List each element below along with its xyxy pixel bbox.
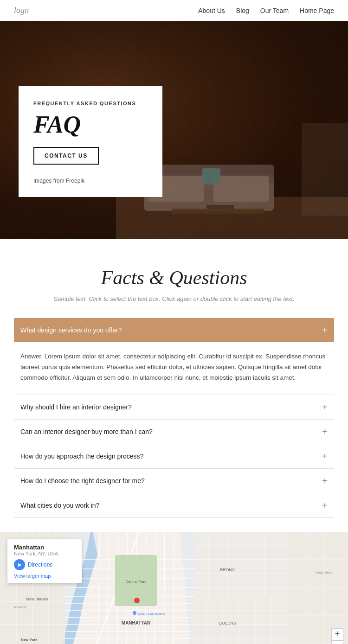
map-popup: Manhattan New York, NY, USA ➤ Directions… xyxy=(7,539,82,583)
faq-item-4: How do I choose the right designer for m… xyxy=(14,469,334,493)
faq-accordion: What design services do you offer? + Ans… xyxy=(14,318,334,518)
zoom-in-button[interactable]: + xyxy=(331,628,343,640)
faq-question-1[interactable]: Why should I hire an interior designer? … xyxy=(14,395,334,419)
faq-item-0: What design services do you offer? + Ans… xyxy=(14,318,334,395)
svg-rect-75 xyxy=(288,532,348,644)
faq-plus-icon-2: + xyxy=(322,427,328,436)
navigation: logo About Us Blog Our Team Home Page xyxy=(0,0,348,21)
view-larger-map[interactable]: View larger map xyxy=(14,573,75,579)
map-place-name: Manhattan xyxy=(14,544,75,551)
hero-eyebrow: FREQUENTLY ASKED QUESTIONS xyxy=(33,101,148,106)
faq-subtitle: Sample text. Click to select the text bo… xyxy=(14,295,334,302)
faq-question-2[interactable]: Can an interior designer buy more than I… xyxy=(14,420,334,444)
map-zoom-controls: + − xyxy=(331,628,343,644)
svg-rect-4 xyxy=(213,176,269,202)
svg-rect-47 xyxy=(193,597,295,644)
faq-plus-icon-0: + xyxy=(322,325,328,335)
svg-text:New Jersey: New Jersey xyxy=(26,597,48,601)
faq-title: Facts & Questions xyxy=(14,267,334,289)
svg-text:MANHATTAN: MANHATTAN xyxy=(122,620,150,625)
freepik-link[interactable]: Freepik xyxy=(66,178,84,184)
zoom-out-button[interactable]: − xyxy=(331,640,343,644)
map-place-sub: New York, NY, USA xyxy=(14,551,75,556)
contact-us-button[interactable]: CONTACT US xyxy=(33,147,99,165)
hero-title: FAQ xyxy=(33,113,148,137)
directions-label[interactable]: Directions xyxy=(28,561,52,568)
nav-blog[interactable]: Blog xyxy=(236,7,249,14)
nav-about[interactable]: About Us xyxy=(198,7,225,14)
faq-question-text-4: How do I choose the right designer for m… xyxy=(20,477,145,485)
svg-text:BRONX: BRONX xyxy=(220,567,235,572)
svg-rect-8 xyxy=(260,213,263,223)
svg-line-33 xyxy=(174,532,174,644)
directions-arrow: ➤ xyxy=(17,561,22,568)
logo: logo xyxy=(14,6,29,15)
faq-item-5: What cities do you work in? + xyxy=(14,493,334,518)
svg-text:QUEENS: QUEENS xyxy=(219,621,236,625)
faq-question-3[interactable]: How do you approach the design process? … xyxy=(14,444,334,468)
faq-question-text-5: What cities do you work in? xyxy=(20,502,99,509)
faq-question-text-2: Can an interior designer buy more than I… xyxy=(20,428,153,435)
directions-icon[interactable]: ➤ xyxy=(14,559,25,570)
svg-rect-6 xyxy=(172,209,264,214)
svg-text:Empire State Building: Empire State Building xyxy=(138,612,165,615)
faq-plus-icon-4: + xyxy=(322,476,328,485)
faq-question-4[interactable]: How do I choose the right designer for m… xyxy=(14,469,334,493)
faq-plus-icon-5: + xyxy=(322,501,328,510)
nav-home[interactable]: Home Page xyxy=(300,7,334,14)
hero-card: FREQUENTLY ASKED QUESTIONS FAQ CONTACT U… xyxy=(19,86,162,197)
images-from: Images from Freepik xyxy=(33,178,148,184)
faq-question-text-1: Why should I hire an interior designer? xyxy=(20,403,132,411)
svg-text:Long Island: Long Island xyxy=(316,571,332,574)
faq-answer-0: Answer. Lorem ipsum dolor sit amet, cons… xyxy=(14,342,334,395)
svg-point-83 xyxy=(133,611,136,615)
faq-question-text-0: What design services do you offer? xyxy=(20,326,122,334)
svg-rect-9 xyxy=(206,205,234,209)
svg-rect-10 xyxy=(302,123,348,216)
faq-question-text-3: How do you approach the design process? xyxy=(20,453,143,460)
map-section: Central Park xyxy=(0,532,348,644)
svg-point-71 xyxy=(134,598,140,603)
svg-text:Central Park: Central Park xyxy=(126,580,147,584)
svg-rect-7 xyxy=(181,213,184,223)
nav-links: About Us Blog Our Team Home Page xyxy=(198,6,334,15)
faq-plus-icon-3: + xyxy=(322,452,328,461)
faq-item-1: Why should I hire an interior designer? … xyxy=(14,395,334,420)
nav-team[interactable]: Our Team xyxy=(260,7,289,14)
images-from-text: Images from xyxy=(33,178,66,184)
hero-section: FREQUENTLY ASKED QUESTIONS FAQ CONTACT U… xyxy=(0,21,348,239)
svg-text:Newark: Newark xyxy=(14,605,27,609)
faq-plus-icon-1: + xyxy=(322,402,328,412)
svg-text:New York: New York xyxy=(21,638,38,642)
faq-item-3: How do you approach the design process? … xyxy=(14,444,334,469)
faq-question-5[interactable]: What cities do you work in? + xyxy=(14,493,334,517)
faq-section: Facts & Questions Sample text. Click to … xyxy=(0,239,348,532)
svg-rect-5 xyxy=(202,168,220,185)
map-directions-row: ➤ Directions xyxy=(14,559,75,570)
faq-question-0[interactable]: What design services do you offer? + xyxy=(14,318,334,342)
faq-item-2: Can an interior designer buy more than I… xyxy=(14,420,334,444)
